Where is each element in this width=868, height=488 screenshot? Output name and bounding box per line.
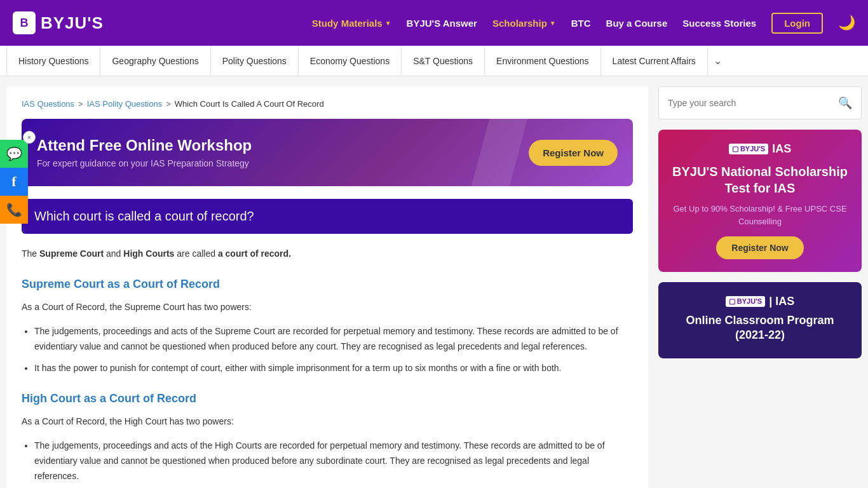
workshop-banner: Attend Free Online Workshop For expert g…: [22, 119, 633, 186]
section1-heading: Supreme Court as a Court of Record: [22, 274, 633, 294]
scholarship-register-button[interactable]: Register Now: [716, 236, 803, 259]
tab-polity-questions[interactable]: Polity Questions: [210, 47, 299, 75]
study-materials-arrow: ▼: [385, 20, 391, 27]
main-nav: Study Materials ▼ BYJU'S Answer Scholars…: [312, 13, 855, 34]
tab-environment-questions[interactable]: Environment Questions: [484, 47, 601, 75]
content-area: IAS Questions > IAS Polity Questions > W…: [6, 86, 648, 488]
article-content: The Supreme Court and High Courts are ca…: [22, 247, 633, 488]
breadcrumb: IAS Questions > IAS Polity Questions > W…: [22, 99, 633, 109]
whatsapp-button[interactable]: 💬: [0, 140, 28, 168]
classroom-byju-logo: ▢ BYJU'S: [726, 296, 765, 307]
breadcrumb-sep-2: >: [166, 99, 171, 109]
tab-more-button[interactable]: ⌄: [707, 46, 728, 76]
tab-geography-questions[interactable]: Geography Questions: [100, 47, 210, 75]
tab-bar: History Questions Geography Questions Po…: [0, 46, 868, 76]
logo-text: BYJU'S: [41, 13, 104, 33]
breadcrumb-ias-questions[interactable]: IAS Questions: [22, 99, 74, 109]
whatsapp-icon: 💬: [6, 146, 22, 161]
search-input[interactable]: [668, 98, 838, 108]
phone-button[interactable]: 📞: [0, 196, 28, 224]
question-box: Which court is called a court of record?: [22, 199, 633, 234]
main-layout: IAS Questions > IAS Polity Questions > W…: [0, 76, 868, 488]
logo-icon: B: [13, 11, 36, 34]
nav-success-stories[interactable]: Success Stories: [682, 18, 756, 29]
workshop-subtext: For expert guidance on your IAS Preparat…: [37, 158, 252, 168]
search-box: 🔍: [658, 86, 862, 119]
article-intro: The Supreme Court and High Courts are ca…: [22, 247, 633, 262]
section2-list: The judgements, proceedings and acts of …: [34, 438, 633, 488]
facebook-icon: f: [11, 173, 16, 190]
list-item: The judgements, proceedings and acts of …: [34, 438, 633, 484]
byju-ias-logo: ▢ BYJU'S IAS: [671, 142, 849, 156]
facebook-button[interactable]: f: [0, 168, 28, 196]
social-sidebar: × 💬 f 📞: [0, 140, 28, 224]
section1-intro: As a Court of Record, the Supreme Court …: [22, 300, 633, 315]
section2-heading: High Court as a Court of Record: [22, 389, 633, 409]
ias-label: IAS: [772, 142, 791, 156]
close-social-button[interactable]: ×: [23, 131, 36, 144]
list-item: The judgements, proceedings and acts of …: [34, 324, 633, 355]
list-item: It has the power to punish for contempt …: [34, 361, 633, 376]
workshop-register-button[interactable]: Register Now: [529, 140, 618, 166]
classroom-sidebar-banner: ▢ BYJU'S | IAS Online Classroom Program …: [658, 282, 862, 358]
scholarship-sidebar-banner: ▢ BYJU'S IAS BYJU'S National Scholarship…: [658, 130, 862, 272]
breadcrumb-sep-1: >: [78, 99, 83, 109]
header: B BYJU'S Study Materials ▼ BYJU'S Answer…: [0, 0, 868, 46]
workshop-text: Attend Free Online Workshop For expert g…: [37, 137, 252, 168]
logo-area: B BYJU'S: [13, 11, 104, 34]
nav-study-materials[interactable]: Study Materials ▼: [312, 18, 391, 29]
tab-st-questions[interactable]: S&T Questions: [401, 47, 485, 75]
nav-byjus-answer[interactable]: BYJU'S Answer: [407, 18, 477, 29]
nav-btc[interactable]: BTC: [571, 18, 591, 29]
byju-ias-logo2: ▢ BYJU'S | IAS: [671, 295, 849, 308]
classroom-ias-label: | IAS: [769, 295, 794, 308]
byju-logo-small: ▢ BYJU'S: [729, 144, 768, 154]
scholarship-subtext: Get Up to 90% Scholarship! & Free UPSC C…: [671, 203, 849, 227]
workshop-heading: Attend Free Online Workshop: [37, 137, 252, 154]
scholarship-heading: BYJU'S National Scholarship Test for IAS: [671, 163, 849, 196]
scholarship-arrow: ▼: [550, 20, 556, 27]
section2-intro: As a Court of Record, the High Court has…: [22, 414, 633, 430]
sidebar: 🔍 ▢ BYJU'S IAS BYJU'S National Scholarsh…: [658, 86, 862, 488]
phone-icon: 📞: [6, 202, 22, 217]
search-icon[interactable]: 🔍: [838, 96, 852, 110]
tab-latest-current-affairs[interactable]: Latest Current Affairs: [600, 47, 708, 75]
tab-economy-questions[interactable]: Economy Questions: [298, 47, 402, 75]
classroom-heading: Online Classroom Program (2021-22): [671, 313, 849, 343]
section1-list: The judgements, proceedings and acts of …: [34, 324, 633, 376]
breadcrumb-ias-polity[interactable]: IAS Polity Questions: [87, 99, 163, 109]
breadcrumb-current: Which Court Is Called A Court Of Record: [175, 99, 324, 109]
login-button[interactable]: Login: [771, 13, 823, 34]
theme-toggle-icon[interactable]: 🌙: [838, 15, 855, 31]
nav-buy-course[interactable]: Buy a Course: [606, 18, 668, 29]
tab-history-questions[interactable]: History Questions: [6, 47, 100, 75]
nav-scholarship[interactable]: Scholarship ▼: [492, 18, 556, 29]
